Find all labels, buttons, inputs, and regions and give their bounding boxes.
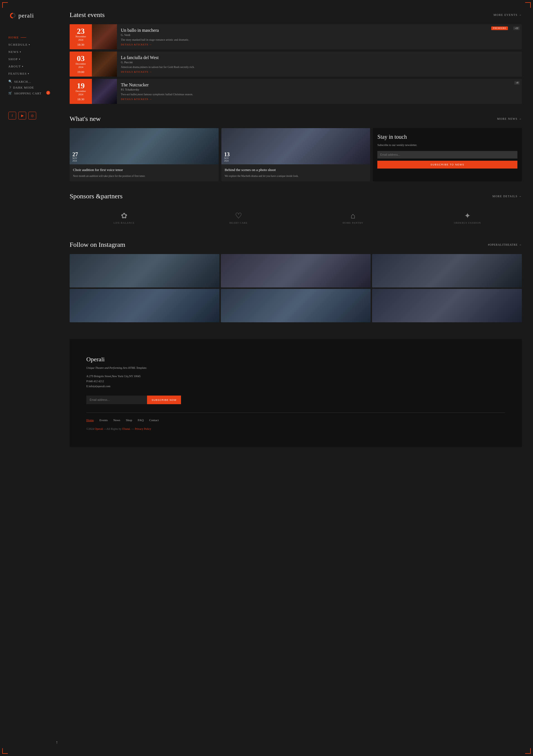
sponsors-header: Sponsors &partners MORE DETAILS: [69, 193, 522, 200]
event-info: Un ballo in maschera G. Verdi The story …: [117, 24, 522, 49]
news-card: 13 NOV2024 Behind the scenes on a photo …: [221, 128, 370, 181]
footer-email-input[interactable]: [86, 395, 147, 404]
search-row[interactable]: 🔍 SEARCH...: [8, 80, 56, 83]
instagram-photo[interactable]: [221, 289, 371, 322]
event-details-link[interactable]: DETAILS &TICKETS: [121, 70, 518, 73]
stay-touch-title: Stay in touch: [377, 134, 518, 140]
footer-privacy-link[interactable]: Privacy Policy: [135, 427, 151, 430]
instagram-hashtag-link[interactable]: #OPERALITHEATRE: [488, 243, 522, 246]
sidebar-item-home-label: HOME: [8, 36, 19, 39]
more-events-link[interactable]: MORE EVENTS: [493, 14, 522, 16]
sidebar-item-news-label: NEWS: [8, 50, 19, 53]
count-badge: +9: [514, 81, 520, 85]
sponsor-logo: ✿ LIFE BALANCE: [69, 211, 178, 224]
event-image-bg: [92, 79, 117, 104]
event-card: 19 December2024 18:30 The Nutcracker P.I…: [69, 79, 522, 104]
search-icon: 🔍: [8, 80, 13, 83]
chevron-down-icon: ▾: [19, 58, 21, 61]
sidebar-item-about[interactable]: ABOUT ▾: [8, 63, 56, 69]
footer-nav-home[interactable]: Home: [86, 418, 94, 422]
sponsors-grid: ✿ LIFE BALANCE ♡ HEART CARE ⌂ HOME PANTR…: [69, 205, 522, 230]
stay-touch-card: Stay in touch Subscribe to our weekly ne…: [373, 128, 522, 181]
stay-touch-desc: Subscribe to our weekly newsletter.: [377, 143, 518, 147]
event-details-link[interactable]: DETAILS &TICKETS: [121, 98, 518, 100]
main-content: Latest events MORE EVENTS 23 November202…: [64, 0, 533, 756]
event-details-link[interactable]: DETAILS &TICKETS: [121, 43, 518, 46]
footer-nav-shop[interactable]: Shop: [126, 418, 132, 422]
footer-nav-faq[interactable]: FAQ: [138, 418, 144, 422]
count-badge: +22: [513, 26, 520, 30]
footer-nav-contact[interactable]: Contact: [149, 418, 159, 422]
sponsor-icon: ♡: [235, 211, 242, 220]
instagram-icon[interactable]: ◎: [28, 112, 36, 120]
event-month-year: December2024: [76, 63, 86, 69]
footer: Operali Unique Theatre and Performing Ar…: [69, 339, 522, 447]
news-date-day: 13: [224, 151, 230, 157]
footer-brand-link[interactable]: Operali: [95, 427, 103, 430]
instagram-photo[interactable]: [372, 289, 522, 322]
event-desc: Two-act ballet,most famous symphonic bal…: [121, 93, 518, 96]
event-composer: G. Verdi: [121, 34, 518, 37]
instagram-photo[interactable]: [372, 254, 522, 287]
back-to-top-button[interactable]: ↑: [56, 740, 58, 745]
event-info: The Nutcracker P.I. Tchaikovsky Two-act …: [117, 79, 522, 104]
corner-decoration-br: [525, 748, 531, 754]
whats-new-grid: 27 NOV2024 Choir audition for first voic…: [69, 128, 522, 181]
sponsor-logo: ♡ HEART CARE: [184, 211, 293, 224]
news-card: 27 NOV2024 Choir audition for first voic…: [69, 128, 219, 181]
event-title: Un ballo in maschera: [121, 28, 518, 33]
latest-events-title: Latest events: [69, 11, 105, 19]
chevron-down-icon: ▾: [28, 72, 30, 75]
footer-subscribe-button[interactable]: SUBSCRIBE NOW: [147, 395, 181, 404]
news-date-day: 27: [72, 151, 78, 157]
footer-developer-link[interactable]: ITsutai.: [122, 427, 131, 430]
sponsor-icon: ✿: [121, 211, 127, 220]
shopping-cart[interactable]: 🛒 SHOPPING CART 2: [8, 91, 56, 95]
event-title: La fanciulla del West: [121, 55, 518, 60]
sidebar-item-home[interactable]: HOME: [8, 34, 56, 41]
footer-nav-events[interactable]: Events: [99, 418, 108, 422]
logo[interactable]: perali: [8, 11, 56, 20]
footer-nav: Home Events News Shop FAQ Contact: [86, 413, 505, 422]
whats-new-section: What's new MORE NEWS 27 NOV2024 Choir au…: [69, 115, 522, 181]
newsletter-email-input[interactable]: [377, 151, 518, 158]
sidebar-item-features[interactable]: FEATURES ▾: [8, 70, 56, 77]
sponsor-name: ORDERLY FASHION: [454, 222, 481, 224]
moon-icon: ☽: [8, 86, 12, 89]
news-title: Choir audition for first voice tenor: [73, 168, 215, 173]
event-day: 23: [77, 27, 85, 35]
footer-nav-news[interactable]: News: [113, 418, 120, 422]
facebook-icon[interactable]: f: [8, 112, 16, 120]
event-image: [92, 79, 117, 104]
instagram-photo[interactable]: [69, 254, 220, 287]
cart-label: SHOPPING CART: [14, 92, 41, 95]
cart-icon: 🛒: [8, 91, 13, 95]
youtube-icon[interactable]: ▶: [18, 112, 26, 120]
footer-street: A:279 Bringolo Street,New York City,NY 1…: [86, 374, 505, 379]
footer-email: E:info(at)operali.com: [86, 384, 505, 389]
dark-mode-toggle[interactable]: ☽ DARK MODE: [8, 86, 56, 89]
news-date-mon: NOV2024: [72, 157, 78, 162]
news-date-mon: NOV2024: [224, 157, 230, 162]
instagram-photo[interactable]: [221, 254, 371, 287]
footer-address: A:279 Bringolo Street,New York City,NY 1…: [86, 374, 505, 389]
event-image: [92, 24, 117, 49]
event-time: 18:30: [77, 43, 84, 46]
news-image: 13 NOV2024: [221, 128, 370, 164]
sidebar-item-schedule[interactable]: SCHEDULE ▾: [8, 41, 56, 48]
logo-icon: [8, 11, 17, 20]
footer-phone: P:646 412 4212: [86, 379, 505, 384]
sidebar-item-news[interactable]: NEWS ▾: [8, 48, 56, 55]
more-details-link[interactable]: MORE DETAILS: [493, 195, 522, 198]
subscribe-news-button[interactable]: SUBSCRIBE TO NEWS: [377, 161, 518, 169]
instagram-photo[interactable]: [69, 289, 220, 322]
dark-mode-label: DARK MODE: [13, 86, 34, 89]
event-image: [92, 52, 117, 77]
social-icons: f ▶ ◎: [8, 112, 56, 120]
sidebar-item-shop[interactable]: SHOP ▾: [8, 56, 56, 63]
sponsor-icon: ⌂: [351, 211, 355, 220]
event-month-year: December2024: [76, 90, 86, 96]
news-date-overlay: 13 NOV2024: [224, 151, 230, 162]
news-title: Behind the scenes on a photo shoot: [225, 168, 367, 173]
more-news-link[interactable]: MORE NEWS: [497, 117, 522, 120]
